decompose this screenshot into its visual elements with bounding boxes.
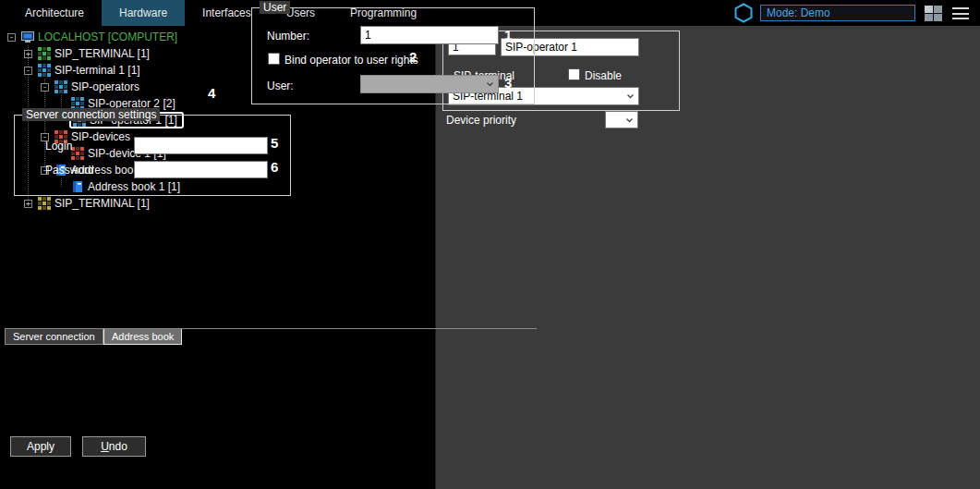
- tab-label: Hardware: [119, 6, 167, 19]
- tree-item-sip-terminal-bottom[interactable]: + SIP_TERMINAL [1]: [0, 195, 435, 212]
- disable-checkbox[interactable]: [568, 68, 580, 80]
- layout-grid-icon[interactable]: [925, 6, 944, 21]
- tree-item-label: LOCALHOST [COMPUTER]: [38, 31, 177, 43]
- tab-architecture[interactable]: Architecture: [7, 0, 102, 26]
- collapse-icon[interactable]: -: [41, 83, 49, 92]
- number-input[interactable]: [360, 26, 499, 44]
- server-connection-group-title: Server connection settings: [22, 108, 160, 121]
- undo-button-label: Undo: [101, 440, 127, 453]
- tab-label: Architecture: [25, 6, 84, 19]
- device-priority-select[interactable]: [605, 111, 638, 128]
- expand-icon[interactable]: +: [24, 50, 32, 58]
- tree-item-label: SIP_TERMINAL [1]: [54, 47, 150, 60]
- tree-item-label: SIP_TERMINAL [1]: [54, 197, 150, 210]
- bind-operator-label: Bind operator to user rights: [284, 54, 418, 67]
- collapse-icon[interactable]: -: [7, 33, 16, 42]
- annotation-5: 5: [271, 135, 278, 151]
- apply-button[interactable]: Apply: [10, 436, 71, 457]
- password-input[interactable]: [134, 161, 268, 178]
- expand-icon[interactable]: +: [24, 200, 32, 208]
- mode-indicator: Mode: Demo: [760, 5, 915, 21]
- tab-label: Address book: [112, 331, 174, 342]
- tree-item-label: SIP-operators: [71, 80, 139, 93]
- chevron-down-icon: [623, 88, 638, 104]
- device-priority-label: Device priority: [446, 114, 516, 127]
- annotation-3: 3: [504, 75, 512, 91]
- server-connection-group: Server connection settings Login Passwor…: [14, 115, 291, 196]
- tab-label: Server connection: [13, 331, 95, 342]
- bind-operator-checkbox[interactable]: [268, 53, 280, 65]
- collapse-icon[interactable]: -: [24, 67, 32, 75]
- user-label: User:: [267, 79, 294, 92]
- operators-grid-icon: [54, 80, 67, 93]
- tab-label: Interfaces: [202, 6, 251, 19]
- user-select[interactable]: [360, 75, 499, 93]
- tab-address-book[interactable]: Address book: [103, 329, 182, 345]
- terminal-grid-icon: [38, 197, 51, 210]
- disable-label: Disable: [585, 69, 622, 82]
- login-input[interactable]: [134, 137, 268, 154]
- tab-hardware[interactable]: Hardware: [102, 0, 185, 26]
- tree-item-label: SIP-terminal 1 [1]: [54, 64, 140, 77]
- apply-button-label: Apply: [27, 440, 54, 453]
- hamburger-menu-icon[interactable]: [952, 7, 969, 19]
- terminal-grid-icon: [38, 64, 51, 77]
- annotation-1: 1: [504, 27, 512, 43]
- user-group: User Number: Bind operator to user right…: [251, 7, 535, 104]
- chevron-down-icon: [482, 76, 498, 92]
- mode-label: Mode: Demo: [767, 6, 830, 19]
- annotation-2: 2: [409, 49, 417, 65]
- chevron-down-icon: [622, 112, 637, 128]
- annotation-6: 6: [271, 159, 278, 175]
- computer-icon: [21, 31, 34, 43]
- hexagon-logo-icon: [733, 3, 754, 23]
- password-label: Password: [45, 164, 94, 177]
- user-group-title: User: [260, 1, 290, 14]
- tab-server-connection[interactable]: Server connection: [5, 329, 103, 345]
- undo-button[interactable]: Undo: [82, 436, 146, 457]
- login-label: Login: [45, 140, 72, 153]
- annotation-4: 4: [208, 85, 215, 101]
- number-label: Number:: [267, 30, 309, 43]
- terminal-grid-icon: [38, 47, 51, 60]
